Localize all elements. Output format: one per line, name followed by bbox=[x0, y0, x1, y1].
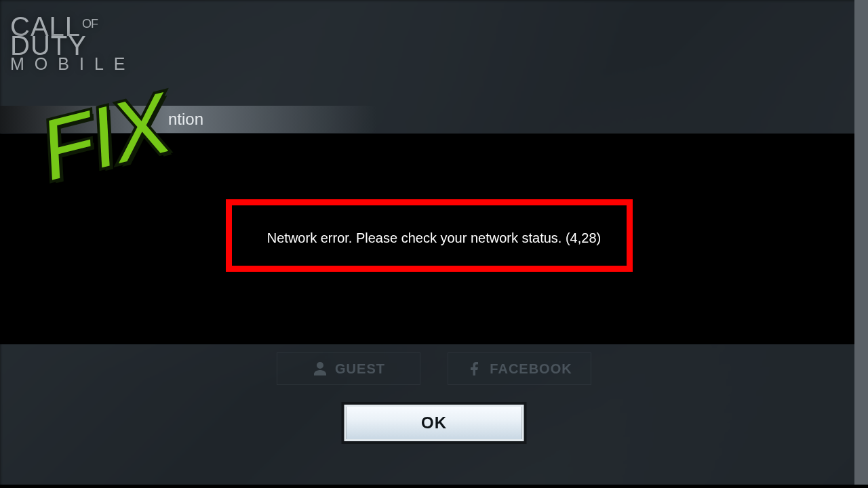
game-logo: CALLOF DUTY MOBILE bbox=[10, 16, 135, 71]
frame-bottom-edge bbox=[0, 485, 868, 488]
facebook-login-button[interactable]: FACEBOOK bbox=[448, 352, 591, 385]
facebook-icon bbox=[467, 361, 483, 377]
facebook-login-label: FACEBOOK bbox=[490, 361, 572, 377]
guest-login-button[interactable]: GUEST bbox=[277, 352, 420, 385]
user-icon bbox=[312, 361, 328, 377]
highlight-annotation-box bbox=[226, 199, 633, 272]
login-buttons-row: GUEST FACEBOOK bbox=[0, 352, 868, 385]
frame-right-edge bbox=[854, 0, 868, 488]
guest-login-label: GUEST bbox=[335, 361, 385, 377]
ok-button[interactable]: OK bbox=[344, 405, 524, 441]
ok-button-label: OK bbox=[421, 413, 447, 432]
dialog-title: ntion bbox=[168, 110, 203, 129]
